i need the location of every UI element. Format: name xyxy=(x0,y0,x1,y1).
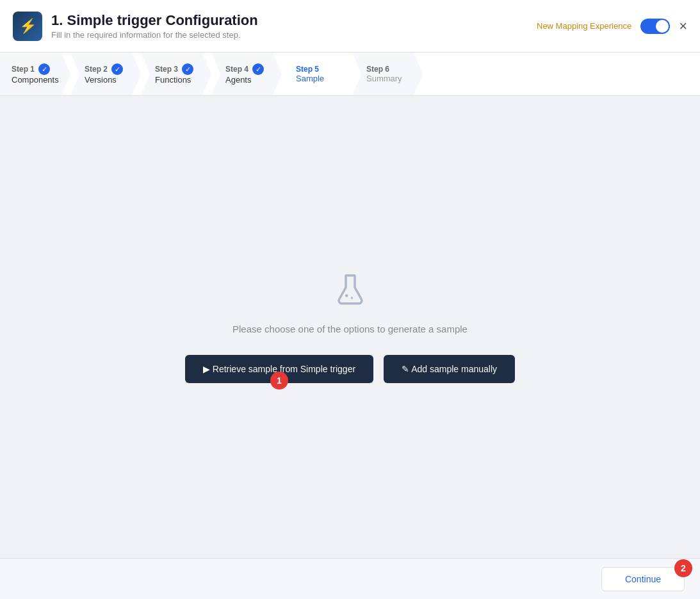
step4-check: ✓ xyxy=(252,63,264,75)
step6-number: Step 6 xyxy=(366,65,389,74)
main-content: Please choose one of the options to gene… xyxy=(0,96,700,558)
step6-name: Summary xyxy=(366,74,402,83)
toggle-knob xyxy=(656,20,669,33)
step1-number: Step 1 xyxy=(12,65,35,74)
step-item-agents[interactable]: Step 4 ✓ Agents xyxy=(211,53,282,95)
retrieve-button-container: ▶ Retrieve sample from Simple trigger 1 xyxy=(185,355,373,383)
footer: Continue 2 xyxy=(0,558,700,599)
step3-name: Functions xyxy=(155,75,193,85)
continue-button-container: Continue 2 xyxy=(601,567,685,591)
step4-name: Agents xyxy=(225,75,264,85)
step2-number: Step 2 xyxy=(85,65,108,74)
step3-check: ✓ xyxy=(182,63,193,75)
add-sample-manually-button[interactable]: ✎ Add sample manually xyxy=(384,355,515,383)
app-icon: ⚡ xyxy=(13,12,42,41)
badge-1: 1 xyxy=(270,372,288,390)
step-item-functions[interactable]: Step 3 ✓ Functions xyxy=(141,53,211,95)
svg-point-0 xyxy=(345,294,348,297)
choose-text: Please choose one of the options to gene… xyxy=(232,324,468,334)
badge-2: 2 xyxy=(674,559,692,577)
close-button[interactable]: × xyxy=(679,19,687,33)
step1-check: ✓ xyxy=(38,63,50,75)
step3-number: Step 3 xyxy=(155,65,178,74)
step-item-sample[interactable]: Step 5 Sample xyxy=(282,53,352,95)
new-mapping-label: New Mapping Experience xyxy=(537,21,631,31)
header-right: New Mapping Experience × xyxy=(537,19,687,34)
page-title: 1. Simple trigger Configuration xyxy=(51,12,258,29)
step5-name: Sample xyxy=(296,74,324,83)
new-mapping-toggle[interactable] xyxy=(640,19,670,34)
svg-point-1 xyxy=(350,297,352,299)
flask-icon xyxy=(332,271,368,312)
header-title-block: 1. Simple trigger Configuration Fill in … xyxy=(51,12,258,40)
step-item-summary[interactable]: Step 6 Summary xyxy=(352,53,423,95)
header-left: ⚡ 1. Simple trigger Configuration Fill i… xyxy=(13,12,258,41)
step5-number: Step 5 xyxy=(296,65,319,74)
step-item-components[interactable]: Step 1 ✓ Components xyxy=(0,53,70,95)
add-manually-button-container: ✎ Add sample manually xyxy=(384,355,515,383)
step4-number: Step 4 xyxy=(225,65,248,74)
continue-button[interactable]: Continue xyxy=(601,567,685,591)
step-item-versions[interactable]: Step 2 ✓ Versions xyxy=(70,53,141,95)
step2-check: ✓ xyxy=(111,63,123,75)
stepper: Step 1 ✓ Components Step 2 ✓ Versions St… xyxy=(0,53,700,96)
header: ⚡ 1. Simple trigger Configuration Fill i… xyxy=(0,0,700,53)
step2-name: Versions xyxy=(85,75,123,85)
step1-name: Components xyxy=(12,75,59,85)
page-subtitle: Fill in the required information for the… xyxy=(51,30,258,40)
action-buttons: ▶ Retrieve sample from Simple trigger 1 … xyxy=(185,355,515,383)
